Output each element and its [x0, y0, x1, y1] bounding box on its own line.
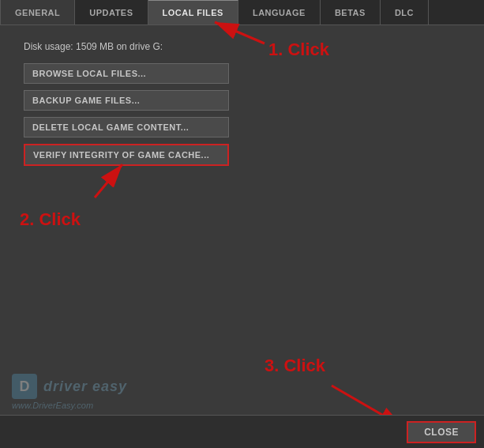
watermark-name: driver easy	[43, 378, 127, 395]
disk-usage-label: Disk usage: 1509 MB on drive G:	[24, 41, 460, 52]
tab-general[interactable]: GENERAL	[0, 0, 75, 24]
tab-dlc[interactable]: DLC	[381, 0, 429, 24]
close-button[interactable]: CLOSE	[407, 421, 476, 443]
backup-game-files-button[interactable]: BACKUP GAME FILES...	[24, 90, 229, 111]
svg-text:2. Click: 2. Click	[20, 209, 81, 229]
tab-language[interactable]: LANGUAGE	[238, 0, 321, 24]
tab-bar: GENERAL UPDATES LOCAL FILES LANGUAGE BET…	[0, 0, 484, 25]
tab-updates[interactable]: UPDATES	[75, 0, 148, 24]
tab-local-files[interactable]: LOCAL FILES	[148, 0, 238, 24]
watermark: D driver easy www.DriverEasy.com	[12, 374, 127, 410]
svg-text:3. Click: 3. Click	[265, 356, 326, 375]
footer: CLOSE	[0, 415, 484, 448]
tab-betas[interactable]: BETAS	[321, 0, 381, 24]
browse-local-files-button[interactable]: BROWSE LOCAL FILES...	[24, 63, 229, 84]
watermark-logo: D driver easy	[12, 374, 127, 399]
delete-local-game-content-button[interactable]: DELETE LOCAL GAME CONTENT...	[24, 117, 229, 137]
content-area: Disk usage: 1509 MB on drive G: BROWSE L…	[0, 25, 484, 188]
verify-integrity-button[interactable]: VERIFY INTEGRITY OF GAME CACHE...	[24, 144, 229, 166]
watermark-icon: D	[12, 374, 37, 399]
watermark-url: www.DriverEasy.com	[12, 401, 127, 410]
